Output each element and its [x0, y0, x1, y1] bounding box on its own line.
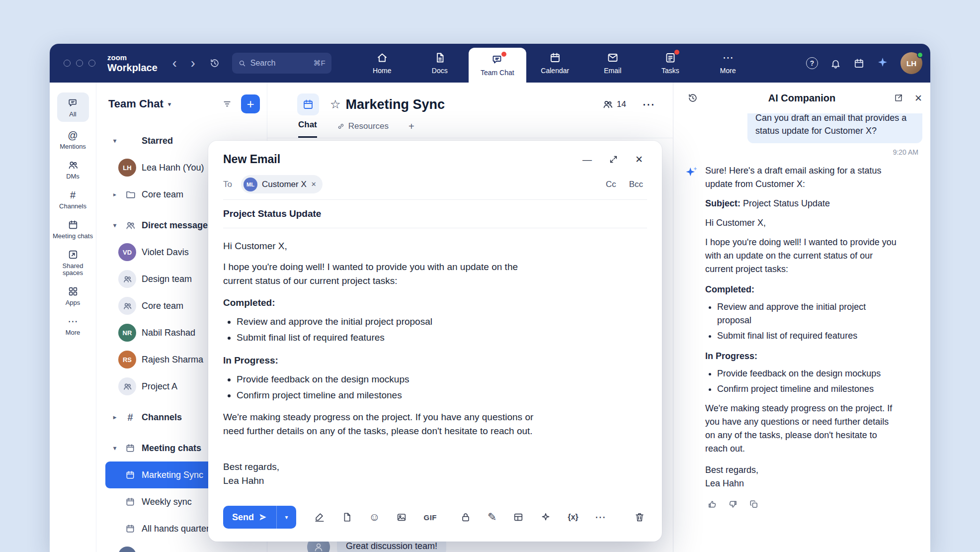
rail-item-dms[interactable]: DMs — [52, 160, 94, 180]
user-avatar[interactable]: LH — [900, 52, 922, 74]
ai-assist-button[interactable] — [540, 512, 551, 523]
nav-item-home[interactable]: Home — [353, 44, 411, 83]
gif-button[interactable]: GIF — [423, 513, 437, 522]
sidebar-item-label: Project A — [142, 381, 177, 392]
ai-panel-title: AI Companion — [673, 92, 930, 104]
chevron-right-icon[interactable]: ▸ — [113, 414, 124, 421]
ai-signoff: Best regards, — [705, 463, 900, 477]
calendar-icon — [125, 443, 135, 453]
rail-item-all[interactable]: All — [57, 92, 89, 122]
edit-button[interactable]: ✎ — [488, 512, 496, 523]
member-count-button[interactable]: 14 — [602, 99, 626, 110]
ai-companion-panel: AI Companion ✕ Can you draft an email th… — [673, 83, 930, 552]
notifications-button[interactable] — [830, 58, 841, 69]
rail-item-more[interactable]: ⋯ More — [52, 316, 94, 336]
cc-button[interactable]: Cc — [606, 180, 616, 189]
thumbs-up-button[interactable] — [707, 499, 717, 509]
rail-item-apps[interactable]: Apps — [52, 286, 94, 306]
chevron-down-icon[interactable]: ▾ — [168, 100, 171, 108]
back-button[interactable]: ‹ — [172, 56, 177, 71]
search-input[interactable] — [250, 59, 310, 68]
rail-item-channels[interactable]: # Channels — [52, 189, 94, 210]
subject-field[interactable]: Project Status Update — [208, 200, 662, 228]
minimize-button[interactable]: — — [582, 154, 592, 165]
nav-item-tasks[interactable]: Tasks — [642, 44, 699, 83]
traffic-light[interactable] — [88, 60, 95, 67]
layout-button[interactable] — [513, 512, 524, 523]
filter-button[interactable] — [222, 99, 232, 109]
chevron-down-icon[interactable]: ▾ — [113, 222, 124, 229]
search-icon — [238, 59, 246, 68]
channel-more-button[interactable]: ⋯ — [642, 97, 655, 112]
conversation-history-button[interactable] — [687, 92, 698, 103]
expand-button[interactable] — [609, 155, 618, 164]
sidebar-item-lea-rajesh[interactable]: LR Lea/Rajesh 1:1 — [105, 542, 262, 552]
email-greeting: Hi Customer X, — [223, 239, 549, 253]
emoji-button[interactable]: ☺ — [369, 512, 380, 523]
rail-item-mentions[interactable]: @ Mentions — [52, 130, 94, 150]
forward-button[interactable]: › — [191, 56, 195, 71]
folder-icon — [125, 189, 136, 200]
bcc-button[interactable]: Bcc — [629, 180, 643, 189]
send-options-button[interactable]: ▾ — [276, 506, 296, 529]
avatar: LR — [118, 547, 136, 552]
encrypt-button[interactable] — [460, 512, 471, 523]
nav-item-docs[interactable]: Docs — [411, 44, 469, 83]
ai-completed-list: Review and approve the initial project p… — [705, 300, 900, 343]
star-icon[interactable]: ☆ — [330, 97, 341, 111]
schedule-button[interactable] — [853, 58, 865, 69]
close-panel-button[interactable]: ✕ — [914, 92, 922, 104]
search-box[interactable]: ⌘F — [232, 53, 331, 74]
signature-button[interactable] — [314, 512, 325, 523]
list-item: Submit final list of required features — [237, 330, 643, 346]
recipient-name: Customer X — [262, 180, 307, 189]
ai-signature: Lea Hahn — [705, 477, 900, 490]
copy-button[interactable] — [749, 499, 759, 509]
nav-item-more[interactable]: ⋯ More — [699, 44, 757, 83]
thumbs-down-button[interactable] — [728, 499, 738, 509]
nav-item-email[interactable]: Email — [584, 44, 642, 83]
search-shortcut: ⌘F — [314, 59, 326, 68]
discard-button[interactable] — [634, 512, 645, 523]
traffic-light[interactable] — [76, 60, 83, 67]
sidebar-item-label: Core team — [142, 301, 183, 311]
image-button[interactable] — [396, 512, 407, 523]
remove-recipient-icon[interactable]: ✕ — [311, 181, 317, 188]
new-chat-button[interactable]: + — [241, 94, 260, 113]
history-button[interactable] — [209, 58, 220, 69]
close-button[interactable]: ✕ — [635, 154, 643, 165]
calendar-icon — [125, 470, 135, 480]
ai-companion-button[interactable] — [877, 56, 889, 70]
more-icon: ⋯ — [723, 52, 734, 64]
template-button[interactable] — [341, 512, 352, 523]
nav-label: More — [720, 67, 736, 75]
chevron-down-icon[interactable]: ▾ — [113, 445, 124, 452]
ai-completed-heading: Completed: — [705, 283, 900, 296]
list-item: Confirm project timeline and milestones — [717, 382, 900, 396]
rail-label: Apps — [66, 299, 81, 306]
open-in-window-button[interactable] — [894, 93, 903, 103]
sidebar-item-label: Direct messages — [142, 220, 213, 231]
tab-resources[interactable]: Resources — [337, 121, 389, 138]
calendar-badge-icon — [853, 58, 865, 69]
recipient-chip[interactable]: ML Customer X ✕ — [241, 175, 323, 193]
sidebar-title[interactable]: Team Chat — [108, 97, 163, 110]
email-body-editor[interactable]: Hi Customer X, I hope you're doing well!… — [208, 228, 662, 488]
hash-icon: # — [124, 412, 136, 422]
traffic-light[interactable] — [64, 60, 71, 67]
help-button[interactable]: ? — [806, 57, 818, 69]
chevron-down-icon[interactable]: ▾ — [113, 137, 124, 144]
tab-chat[interactable]: Chat — [298, 120, 317, 138]
nav-item-team-chat[interactable]: Team Chat — [469, 48, 526, 83]
add-tab-button[interactable]: + — [408, 121, 414, 138]
rail-item-shared-spaces[interactable]: Shared spaces — [52, 249, 94, 276]
variables-button[interactable]: {x} — [568, 513, 578, 522]
send-button[interactable]: Send — [223, 506, 276, 529]
rail-item-meeting-chats[interactable]: Meeting chats — [52, 219, 94, 240]
rail-label: Meeting chats — [53, 233, 93, 240]
more-options-button[interactable]: ⋯ — [595, 511, 606, 524]
nav-item-calendar[interactable]: Calendar — [526, 44, 584, 83]
chevron-right-icon[interactable]: ▸ — [113, 191, 124, 198]
thumbs-down-icon — [728, 499, 738, 509]
sidebar-item-label: Marketing Sync — [142, 470, 203, 480]
